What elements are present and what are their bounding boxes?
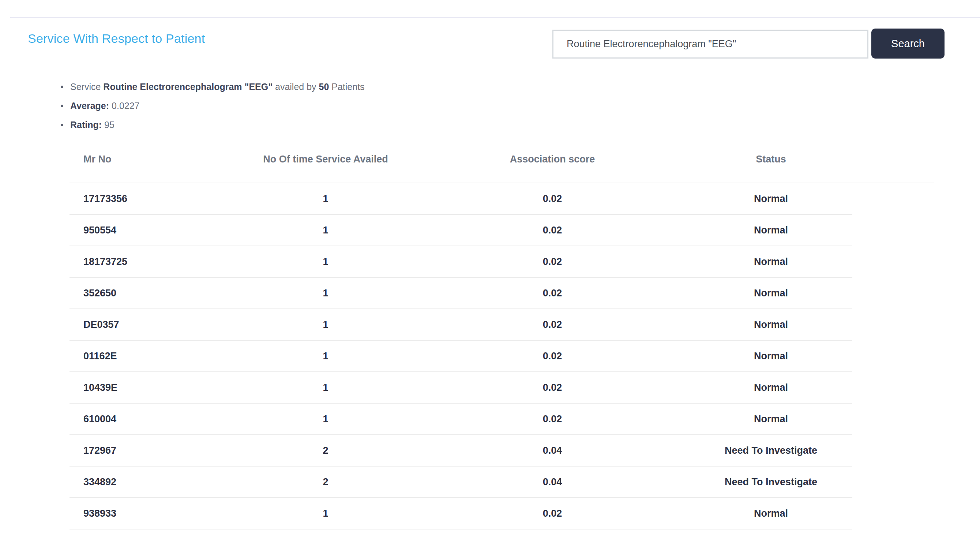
cell-spacer: [852, 215, 934, 246]
cell-mr-no: 01162E: [70, 340, 236, 372]
service-patient-panel: Service With Respect to Patient Search S…: [0, 0, 980, 554]
table-body: 17173356 1 0.02 Normal 950554 1 0.02 Nor…: [70, 183, 934, 529]
table-row: 17173356 1 0.02 Normal: [70, 183, 934, 215]
cell-mr-no: 10439E: [70, 372, 236, 403]
column-header-association-score: Association score: [415, 149, 690, 183]
cell-times-availed: 1: [236, 403, 415, 435]
table-row: 10439E 1 0.02 Normal: [70, 372, 934, 403]
cell-status: Normal: [690, 309, 852, 340]
summary-item-average: Average: 0.0227: [70, 101, 365, 111]
cell-association-score: 0.02: [415, 372, 690, 403]
service-patient-table: Mr No No Of time Service Availed Associa…: [70, 149, 934, 530]
table-row: 172967 2 0.04 Need To Investigate: [70, 435, 934, 466]
summary-service-suffix: Patients: [331, 81, 364, 92]
cell-association-score: 0.04: [415, 466, 690, 498]
summary-item-service: Service Routine Electrorencephalogram "E…: [70, 82, 365, 92]
cell-status: Need To Investigate: [690, 435, 852, 466]
page-title: Service With Respect to Patient: [28, 32, 205, 46]
summary-item-rating: Rating: 95: [70, 120, 365, 130]
cell-status: Normal: [690, 215, 852, 246]
cell-times-availed: 1: [236, 183, 415, 215]
cell-association-score: 0.02: [415, 183, 690, 215]
summary-rating-value: 95: [104, 119, 115, 130]
cell-times-availed: 1: [236, 277, 415, 309]
cell-spacer: [852, 372, 934, 403]
cell-association-score: 0.02: [415, 403, 690, 435]
cell-association-score: 0.02: [415, 309, 690, 340]
table-row: 334892 2 0.04 Need To Investigate: [70, 466, 934, 498]
cell-association-score: 0.02: [415, 277, 690, 309]
column-header-spacer: [852, 149, 934, 183]
summary-average-value: 0.0227: [111, 100, 139, 111]
cell-times-availed: 2: [236, 435, 415, 466]
summary-average-label: Average:: [70, 100, 109, 111]
search-input[interactable]: [552, 30, 869, 59]
table-row: 352650 1 0.02 Normal: [70, 277, 934, 309]
cell-times-availed: 1: [236, 246, 415, 277]
table-row: 01162E 1 0.02 Normal: [70, 340, 934, 372]
cell-mr-no: 334892: [70, 466, 236, 498]
cell-association-score: 0.02: [415, 340, 690, 372]
cell-spacer: [852, 340, 934, 372]
cell-times-availed: 1: [236, 215, 415, 246]
cell-status: Normal: [690, 498, 852, 529]
summary-service-name: Routine Electrorencephalogram "EEG": [103, 81, 272, 92]
cell-times-availed: 2: [236, 466, 415, 498]
cell-spacer: [852, 435, 934, 466]
cell-status: Normal: [690, 183, 852, 215]
cell-association-score: 0.02: [415, 215, 690, 246]
cell-status: Normal: [690, 403, 852, 435]
cell-mr-no: 950554: [70, 215, 236, 246]
cell-status: Normal: [690, 277, 852, 309]
summary-service-middle: availed by: [275, 81, 317, 92]
cell-mr-no: 18173725: [70, 246, 236, 277]
table-row: 610004 1 0.02 Normal: [70, 403, 934, 435]
cell-mr-no: 610004: [70, 403, 236, 435]
cell-times-availed: 1: [236, 309, 415, 340]
summary-patient-count: 50: [319, 81, 329, 92]
cell-spacer: [852, 466, 934, 498]
cell-spacer: [852, 309, 934, 340]
cell-status: Need To Investigate: [690, 466, 852, 498]
table-header: Mr No No Of time Service Availed Associa…: [70, 149, 934, 183]
column-header-times-availed: No Of time Service Availed: [236, 149, 415, 183]
cell-spacer: [852, 246, 934, 277]
summary-service-prefix: Service: [70, 81, 100, 92]
cell-times-availed: 1: [236, 372, 415, 403]
cell-mr-no: DE0357: [70, 309, 236, 340]
cell-times-availed: 1: [236, 340, 415, 372]
table-row: 950554 1 0.02 Normal: [70, 215, 934, 246]
cell-mr-no: 17173356: [70, 183, 236, 215]
table-row: 18173725 1 0.02 Normal: [70, 246, 934, 277]
cell-status: Normal: [690, 246, 852, 277]
cell-association-score: 0.04: [415, 435, 690, 466]
table-row: DE0357 1 0.02 Normal: [70, 309, 934, 340]
cell-spacer: [852, 498, 934, 529]
cell-association-score: 0.02: [415, 246, 690, 277]
cell-times-availed: 1: [236, 498, 415, 529]
column-header-mr-no: Mr No: [70, 149, 236, 183]
cell-status: Normal: [690, 340, 852, 372]
summary-rating-label: Rating:: [70, 119, 102, 130]
cell-association-score: 0.02: [415, 498, 690, 529]
top-divider: [10, 17, 980, 18]
cell-spacer: [852, 183, 934, 215]
cell-mr-no: 938933: [70, 498, 236, 529]
cell-spacer: [852, 277, 934, 309]
column-header-status: Status: [690, 149, 852, 183]
table-row: 938933 1 0.02 Normal: [70, 498, 934, 529]
search-button[interactable]: Search: [871, 29, 945, 59]
cell-spacer: [852, 403, 934, 435]
cell-mr-no: 352650: [70, 277, 236, 309]
cell-status: Normal: [690, 372, 852, 403]
cell-mr-no: 172967: [70, 435, 236, 466]
summary-list: Service Routine Electrorencephalogram "E…: [70, 82, 365, 139]
